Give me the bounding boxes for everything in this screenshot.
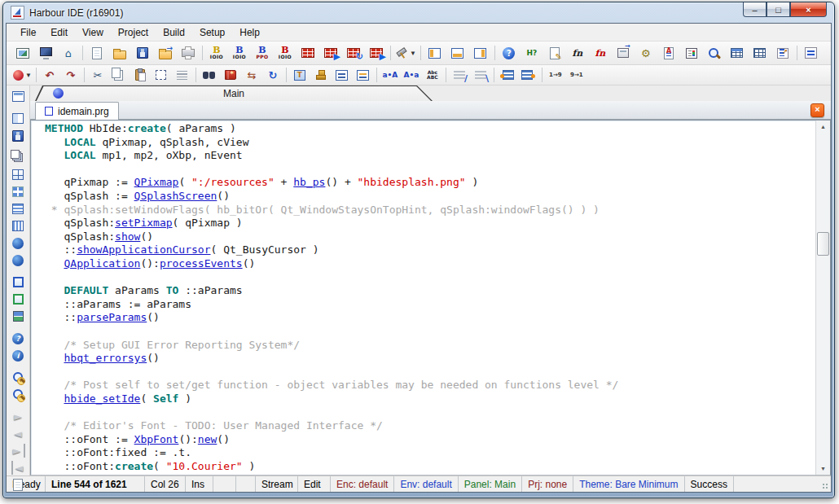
home-button[interactable]: ⌂ — [57, 42, 80, 64]
convert-nine-one-button[interactable]: 9→1 — [566, 66, 587, 85]
find-in-files-button[interactable] — [703, 42, 726, 64]
zoom-out-button[interactable]: − — [8, 386, 28, 403]
tile-windows-button[interactable] — [8, 166, 28, 183]
functions-all-button[interactable]: fn — [589, 42, 612, 64]
notes-button[interactable]: ✎ — [543, 42, 566, 64]
save-file-button[interactable] — [131, 42, 154, 64]
menu-file[interactable]: File — [13, 25, 43, 40]
compile-qt-button[interactable]: BIOIO — [274, 42, 297, 64]
tab-close-button[interactable]: × — [810, 103, 824, 117]
menu-build[interactable]: Build — [156, 25, 192, 40]
help-button[interactable]: ? — [498, 42, 521, 64]
revert-file-button[interactable] — [154, 42, 177, 64]
nav-first-button[interactable]: ◄ — [8, 459, 28, 476]
bookmark-list-button[interactable] — [332, 66, 353, 85]
stamp-button[interactable] — [310, 66, 332, 85]
panels-view-button[interactable] — [800, 42, 823, 64]
exit-button[interactable] — [11, 42, 34, 64]
save-layout-button[interactable] — [8, 127, 28, 144]
scrollbar-track[interactable] — [816, 133, 830, 462]
scroll-down-button[interactable]: ▼ — [816, 462, 830, 475]
properties-button[interactable] — [612, 42, 635, 64]
settings-button[interactable]: ⚙ — [635, 42, 657, 64]
web-edit-button[interactable] — [8, 252, 28, 269]
close-button[interactable]: × — [790, 2, 827, 17]
tables-button[interactable] — [749, 42, 771, 64]
scrollbar-thumb[interactable] — [817, 232, 829, 256]
rebuild-button[interactable]: ↻ — [342, 42, 365, 64]
find-replace-button[interactable] — [220, 66, 241, 85]
show-desktop-button[interactable] — [34, 42, 57, 64]
web-preview-button[interactable] — [8, 234, 28, 252]
help-panel-button[interactable]: ? — [8, 330, 28, 347]
invert-case-button[interactable]: AbcABC — [422, 66, 443, 85]
select-block-button[interactable] — [151, 66, 172, 85]
stack-columns-button[interactable] — [8, 217, 28, 234]
layout-bottom-panel-button[interactable] — [446, 42, 469, 64]
tools-button[interactable]: ▼ — [393, 42, 418, 64]
info-panel-button[interactable]: i — [8, 347, 28, 364]
menu-help[interactable]: Help — [232, 25, 267, 40]
nav-last-button[interactable]: ► — [8, 442, 28, 459]
changelog-button[interactable] — [657, 42, 680, 64]
title-bar[interactable]: Harbour IDE (r16901) –□× — [6, 2, 832, 23]
compile-link-button[interactable]: BIOIO — [228, 42, 251, 64]
search-again-button[interactable]: ↻ — [262, 66, 283, 85]
menu-project[interactable]: Project — [111, 25, 156, 40]
tile-all-button[interactable] — [8, 183, 28, 200]
undo-button[interactable]: ↶ — [39, 66, 60, 85]
pane-split-button[interactable] — [8, 308, 28, 325]
scroll-up-button[interactable]: ▲ — [816, 121, 830, 133]
resize-grip[interactable] — [819, 476, 831, 492]
vertical-scrollbar[interactable]: ▲ ▼ — [815, 121, 830, 475]
build-launch-button[interactable]: ▶ — [319, 42, 342, 64]
bookmark-toggle-button[interactable] — [353, 66, 374, 85]
compile-button[interactable]: BIOIO — [205, 42, 228, 64]
harbour-help-button[interactable]: H? — [521, 42, 543, 64]
layout-right-panel-button[interactable] — [469, 42, 492, 64]
comment-lines-button[interactable]: / — [449, 66, 470, 85]
code-editor[interactable]: METHOD HbIde:create( aParams ) LOCAL qPi… — [31, 121, 815, 475]
redo-button[interactable]: ↷ — [60, 66, 81, 85]
panel-drawer-tab[interactable]: Main — [35, 85, 433, 101]
themes-button[interactable] — [680, 42, 703, 64]
preprocess-button[interactable]: BPPO — [251, 42, 274, 64]
to-lower-button[interactable]: A•a — [401, 66, 422, 85]
new-file-button[interactable] — [86, 42, 108, 64]
build-button[interactable] — [297, 42, 319, 64]
open-file-button[interactable] — [108, 42, 131, 64]
minimize-button[interactable]: – — [743, 2, 767, 17]
find-button[interactable] — [199, 66, 220, 85]
select-special-button[interactable] — [172, 66, 193, 85]
maximize-button[interactable]: □ — [767, 2, 790, 17]
split-view-button[interactable] — [8, 110, 28, 127]
to-upper-button[interactable]: a•A — [380, 66, 401, 85]
goto-line-button[interactable]: ⇆ — [241, 66, 262, 85]
nav-prev-button[interactable]: ◄ — [8, 425, 28, 442]
editor-panel-button[interactable] — [8, 88, 28, 105]
sort-button[interactable] — [771, 42, 794, 64]
cascade-windows-button[interactable] — [8, 149, 28, 166]
pane-single-alt-button[interactable] — [8, 291, 28, 308]
functions-list-button[interactable]: fn — [566, 42, 589, 64]
indent-left-button[interactable] — [518, 66, 539, 85]
data-browser-button[interactable] — [726, 42, 749, 64]
nav-next-button[interactable]: ► — [8, 408, 28, 425]
paste-button[interactable] — [130, 66, 151, 85]
rebuild-launch-button[interactable]: ▶ — [365, 42, 388, 64]
convert-one-nine-button[interactable]: 1→9 — [545, 66, 566, 85]
pane-single-button[interactable] — [8, 274, 28, 291]
menu-edit[interactable]: Edit — [43, 25, 75, 40]
mark-text-button[interactable] — [289, 66, 310, 85]
menu-view[interactable]: View — [75, 25, 111, 40]
uncomment-lines-button[interactable]: \ — [470, 66, 491, 85]
zoom-in-button[interactable]: + — [8, 369, 28, 386]
tab-idemain-prg[interactable]: idemain.prg — [35, 102, 119, 120]
menu-setup[interactable]: Setup — [192, 25, 232, 40]
stack-rows-button[interactable] — [8, 200, 28, 217]
mark-current-button[interactable]: ▼ — [11, 66, 33, 85]
layout-left-panel-button[interactable] — [424, 42, 446, 64]
indent-right-button[interactable] — [497, 66, 518, 85]
copy-button[interactable] — [108, 66, 130, 85]
cut-button[interactable]: ✂ — [87, 66, 108, 85]
